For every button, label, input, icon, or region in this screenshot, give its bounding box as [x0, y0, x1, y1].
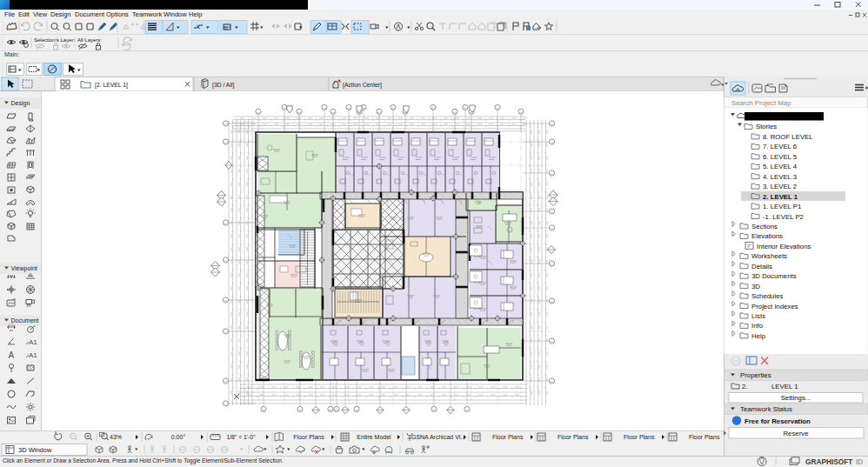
svg-text:Floor Plans: Floor Plans: [558, 434, 589, 440]
svg-text:Lists: Lists: [751, 312, 765, 320]
svg-text:[3D / All]: [3D / All]: [212, 82, 234, 89]
svg-text:Floor Plans: Floor Plans: [624, 434, 655, 440]
svg-text:Stories: Stories: [756, 123, 777, 130]
svg-text:Settings...: Settings...: [781, 394, 811, 402]
svg-text:ID: ID: [856, 457, 863, 466]
svg-text:7. LEVEL 6: 7. LEVEL 6: [763, 143, 797, 150]
svg-text:Sections: Sections: [751, 223, 778, 230]
svg-text:Floor Plans: Floor Plans: [492, 434, 524, 440]
svg-text:0.00°: 0.00°: [171, 434, 186, 440]
svg-text:All Layers:: All Layers:: [77, 37, 102, 43]
svg-text:Elevations: Elevations: [751, 232, 783, 240]
svg-text:Teamwork Status: Teamwork Status: [740, 405, 792, 413]
svg-text:A1: A1: [29, 338, 37, 346]
svg-text:4. LEVEL 3: 4. LEVEL 3: [763, 173, 797, 181]
svg-text:Properties: Properties: [740, 371, 771, 379]
svg-text:Reserve: Reserve: [783, 430, 808, 437]
svg-text:1. LEVEL P1: 1. LEVEL P1: [763, 203, 801, 210]
svg-text:GRAPHISOFT: GRAPHISOFT: [805, 457, 852, 466]
svg-text:Viewpoint: Viewpoint: [11, 265, 37, 272]
svg-text:1.5: 1.5: [9, 323, 14, 327]
svg-text:3. LEVEL 2: 3. LEVEL 2: [763, 183, 797, 190]
svg-text:Schedules: Schedules: [751, 292, 784, 300]
svg-text:1/8" = 1'-0": 1/8" = 1'-0": [226, 434, 256, 440]
svg-text:Selection's Layer:: Selection's Layer:: [34, 37, 76, 43]
svg-text:Details: Details: [751, 263, 772, 270]
svg-text:Document: Document: [11, 317, 39, 324]
svg-text:A: A: [9, 350, 15, 360]
svg-text:GSNA Archicad Vi...: GSNA Archicad Vi...: [411, 434, 465, 440]
svg-text:6. LEVEL 5: 6. LEVEL 5: [763, 153, 798, 161]
svg-text:43%: 43%: [110, 434, 122, 440]
svg-text:3D Window: 3D Window: [18, 446, 52, 454]
svg-text:LEVEL 1: LEVEL 1: [771, 383, 798, 390]
svg-text:Design: Design: [11, 100, 30, 107]
svg-text:Worksheets: Worksheets: [751, 252, 787, 260]
svg-text:Free for Reservation: Free for Reservation: [744, 417, 811, 425]
svg-text:Floor Plans: Floor Plans: [293, 434, 324, 440]
svg-text:3D Documents: 3D Documents: [751, 272, 797, 280]
svg-text:°: °: [12, 337, 14, 342]
svg-text:Info: Info: [751, 322, 764, 330]
svg-text:Entire Model: Entire Model: [357, 434, 391, 440]
svg-text:5. LEVEL 4: 5. LEVEL 4: [763, 163, 798, 170]
svg-text:2.: 2.: [742, 383, 748, 390]
svg-text:8. ROOF LEVEL: 8. ROOF LEVEL: [763, 133, 813, 141]
svg-text:-1. LEVEL P2: -1. LEVEL P2: [763, 213, 804, 221]
svg-text:Interior Elevations: Interior Elevations: [757, 243, 811, 250]
svg-text:A1: A1: [29, 351, 37, 359]
svg-text:[Action Center]: [Action Center]: [343, 82, 382, 89]
svg-text:Search Project Map: Search Project Map: [731, 99, 791, 107]
svg-text:Help: Help: [751, 332, 766, 340]
svg-text:2. LEVEL 1: 2. LEVEL 1: [763, 193, 798, 201]
svg-text:3D: 3D: [751, 283, 760, 290]
svg-text:Floor Plans: Floor Plans: [689, 434, 720, 440]
svg-text:Project Indexes: Project Indexes: [751, 303, 798, 310]
svg-text:[2. LEVEL 1]: [2. LEVEL 1]: [95, 82, 128, 89]
